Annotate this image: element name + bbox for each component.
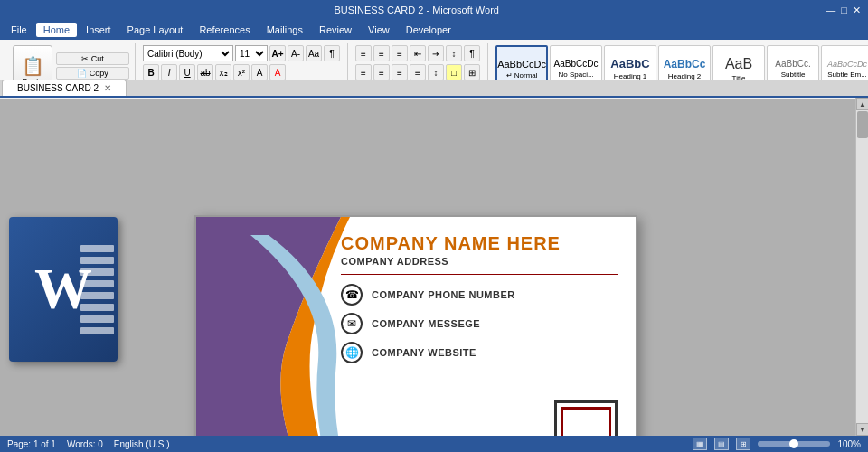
title-bar: BUSINESS CARD 2 - Microsoft Word — □ ✕	[0, 0, 868, 20]
menu-item-references[interactable]: References	[192, 23, 257, 37]
website-item: 🌐 COMPANY WEBSITE	[341, 342, 618, 363]
style-subtitle-label: Subtitle	[781, 71, 806, 79]
tab-close-button[interactable]: ✕	[104, 83, 111, 93]
superscript-button[interactable]: x²	[233, 64, 250, 80]
border-button[interactable]: ⊞	[464, 64, 480, 80]
word-w-letter: W	[34, 256, 92, 323]
document-area: W COMPANY NAME HERE	[0, 99, 868, 452]
bullets-button[interactable]: ≡	[355, 45, 372, 61]
justify-button[interactable]: ≡	[410, 64, 426, 80]
style-subtle-label: Subtle Em...	[827, 71, 867, 79]
menu-item-page-layout[interactable]: Page Layout	[120, 23, 191, 37]
style-h2-preview: AaBbCc	[664, 58, 706, 71]
vertical-scrollbar[interactable]: ▲ ▼	[855, 98, 868, 452]
style-h1-preview: AaBbC	[610, 57, 649, 71]
cut-button[interactable]: ✂ Cut	[56, 52, 129, 65]
sort-button[interactable]: ↕	[446, 45, 462, 61]
decrease-indent-button[interactable]: ⇤	[410, 45, 426, 61]
view-fullread-button[interactable]: ▤	[714, 438, 729, 450]
page-count: Page: 1 of 1	[7, 439, 56, 449]
zoom-level: 100%	[837, 439, 861, 449]
email-item: ✉ COMPANY MESSEGE	[341, 313, 618, 334]
view-web-button[interactable]: ⊞	[736, 438, 750, 450]
status-right: ▦ ▤ ⊞ 100%	[693, 438, 861, 450]
align-left-button[interactable]: ≡	[355, 64, 372, 80]
menu-item-home[interactable]: Home	[36, 23, 77, 37]
phone-item: ☎ COMPANY PHONE NUMBER	[341, 284, 618, 306]
scroll-up-arrow[interactable]: ▲	[856, 98, 868, 110]
style-normal-label: ↵ Normal	[506, 71, 538, 80]
menu-item-file[interactable]: File	[4, 23, 34, 37]
font-color-button[interactable]: A	[269, 64, 286, 80]
strikethrough-button[interactable]: ab	[197, 64, 213, 80]
bold-button[interactable]: B	[143, 64, 159, 80]
increase-indent-button[interactable]: ⇥	[428, 45, 444, 61]
view-print-button[interactable]: ▦	[693, 438, 707, 450]
text-highlight-button[interactable]: A	[251, 64, 268, 80]
style-subtitle-preview: AaBbCc.	[775, 59, 810, 69]
website-text: COMPANY WEBSITE	[372, 347, 476, 358]
underline-button[interactable]: U	[179, 64, 195, 80]
copy-button[interactable]: 📄 Copy	[56, 67, 129, 80]
font-size-select[interactable]: 11	[235, 45, 268, 61]
menu-item-developer[interactable]: Developer	[399, 23, 458, 37]
paste-icon: 📋	[22, 55, 44, 77]
numbering-button[interactable]: ≡	[373, 45, 390, 61]
business-card: COMPANY NAME HERE COMPANY ADDRESS ☎ COMP…	[194, 215, 637, 452]
menu-item-mailings[interactable]: Mailings	[259, 23, 310, 37]
zoom-thumb	[789, 439, 798, 448]
align-right-button[interactable]: ≡	[392, 64, 408, 80]
show-formatting-button[interactable]: ¶	[464, 45, 480, 61]
close-button[interactable]: ✕	[853, 5, 861, 16]
minimize-button[interactable]: —	[826, 5, 835, 16]
tab-label: BUSINESS CARD 2	[17, 83, 99, 93]
style-nospace-preview: AaBbCcDc	[554, 59, 599, 69]
align-center-button[interactable]: ≡	[373, 64, 390, 80]
style-nospace-label: No Spaci...	[558, 71, 593, 79]
menu-item-view[interactable]: View	[361, 23, 397, 37]
style-subtle-preview: AaBbCcDc	[827, 60, 867, 69]
subscript-button[interactable]: x₂	[215, 64, 231, 80]
multilevel-button[interactable]: ≡	[392, 45, 408, 61]
menu-item-review[interactable]: Review	[312, 23, 359, 37]
email-text: COMPANY MESSEGE	[372, 318, 480, 329]
status-bar: Page: 1 of 1 Words: 0 English (U.S.) ▦ ▤…	[0, 436, 868, 452]
scroll-down-arrow[interactable]: ▼	[856, 423, 868, 436]
title-text: BUSINESS CARD 2 - Microsoft Word	[7, 5, 826, 15]
font-select[interactable]: Calibri (Body)	[143, 45, 233, 61]
company-address: COMPANY ADDRESS	[341, 256, 618, 275]
menu-item-insert[interactable]: Insert	[79, 23, 118, 37]
website-icon: 🌐	[341, 342, 363, 363]
style-title-preview: AaB	[725, 56, 752, 72]
word-logo: W	[9, 217, 154, 389]
clear-format-button[interactable]: ¶	[324, 45, 340, 61]
style-normal-preview: AaBbCcDc	[497, 59, 546, 70]
line-spacing-button[interactable]: ↕	[428, 64, 444, 80]
email-icon: ✉	[341, 313, 363, 334]
window-controls[interactable]: — □ ✕	[826, 5, 861, 16]
font-grow-button[interactable]: A+	[269, 45, 286, 61]
zoom-slider[interactable]	[758, 441, 830, 447]
phone-icon: ☎	[341, 284, 363, 306]
scroll-thumb[interactable]	[857, 111, 868, 138]
phone-text: COMPANY PHONE NUMBER	[372, 289, 515, 300]
word-count: Words: 0	[67, 439, 103, 449]
tab-row: BUSINESS CARD 2 ✕	[0, 80, 868, 98]
change-case-button[interactable]: Aa	[306, 45, 322, 61]
company-name: COMPANY NAME HERE	[341, 233, 618, 254]
maximize-button[interactable]: □	[841, 5, 847, 16]
font-shrink-button[interactable]: A-	[288, 45, 304, 61]
document-tab[interactable]: BUSINESS CARD 2 ✕	[2, 80, 127, 96]
menu-bar: File Home Insert Page Layout References …	[0, 20, 868, 40]
language: English (U.S.)	[114, 439, 170, 449]
shading-button[interactable]: □	[446, 64, 462, 80]
italic-button[interactable]: I	[161, 64, 177, 80]
